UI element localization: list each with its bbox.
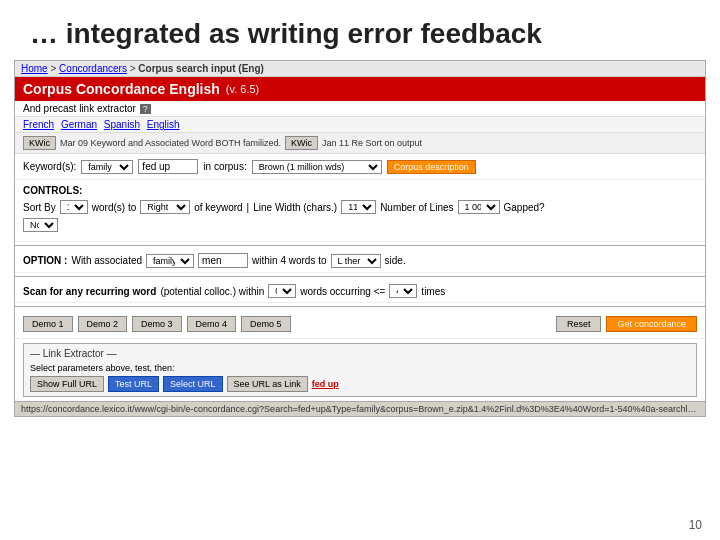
direction-select[interactable]: Right Left [140,200,190,214]
pipe-sep: | [247,202,250,213]
line-width-label: Line Width (chars.) [253,202,337,213]
demo1-button[interactable]: Demo 1 [23,316,73,332]
num-lines-select[interactable]: 1 000 [458,200,500,214]
words-occurring-label: words occurring <= [300,286,385,297]
toolbar-row: KWic Mar 09 Keyword and Associated Word … [15,133,705,154]
demo5-button[interactable]: Demo 5 [241,316,291,332]
show-full-url-button[interactable]: Show Full URL [30,376,104,392]
keyword-label: Keyword(s): [23,161,76,172]
times-label: times [421,286,445,297]
line-width-select[interactable]: 110 [341,200,376,214]
corpus-name: Corpus Concordance English [23,81,220,97]
demo-row: Demo 1 Demo 2 Demo 3 Demo 4 Demo 5 Reset… [15,310,705,339]
link-extractor-row: Show Full URL Test URL Select URL See UR… [30,376,690,392]
option-label: OPTION : [23,255,67,266]
option-side-label: side. [385,255,406,266]
see-as-link-button[interactable]: See URL as Link [227,376,308,392]
scan-times-select[interactable]: 4 [389,284,417,298]
scan-section: Scan for any recurring word (potential c… [15,280,705,303]
toolbar-info-2: Jan 11 Re Sort on output [322,138,422,148]
lang-german[interactable]: German [61,119,97,130]
of-keyword-label: of keyword [194,202,242,213]
corpus-select[interactable]: Brown (1 million wds) [252,160,382,174]
lang-english[interactable]: English [147,119,180,130]
gapped-label: Gapped? [504,202,545,213]
kwic-button-1[interactable]: KWic [23,136,56,150]
option-section: OPTION : With associated family within 4… [15,249,705,273]
gapped-select[interactable]: No [23,218,58,232]
lang-spanish[interactable]: Spanish [104,119,140,130]
reset-button[interactable]: Reset [556,316,602,332]
scan-note: (potential colloc.) within [160,286,264,297]
link-extractor-title: — Link Extractor — [30,348,690,359]
demo2-button[interactable]: Demo 2 [78,316,128,332]
demo4-button[interactable]: Demo 4 [187,316,237,332]
option-side-select[interactable]: L ther [331,254,381,268]
controls-section: CONTROLS: Sort By 1 word(s) to Right Lef… [15,180,705,242]
controls-row: Sort By 1 word(s) to Right Left of keywo… [23,200,697,214]
get-concordance-button[interactable]: Get concordance [606,316,697,332]
breadcrumb-home[interactable]: Home [21,63,48,74]
sort-num-select[interactable]: 1 [60,200,88,214]
keyword-row: Keyword(s): family fed up in corpus: Bro… [15,154,705,180]
corpus-title-bar: Corpus Concordance English (v. 6.5) [15,77,705,101]
scan-num-select[interactable]: 0 [268,284,296,298]
lang-french[interactable]: French [23,119,54,130]
option-word2-input[interactable] [198,253,248,268]
demo3-button[interactable]: Demo 3 [132,316,182,332]
sub-header-text: And precast link extractor [23,103,136,114]
breadcrumb-current: Corpus search input (Eng) [138,63,264,74]
breadcrumb-concordancers[interactable]: Concordancers [59,63,127,74]
toolbar-info-1: Mar 09 Keyword and Associated Word BOTH … [60,138,281,148]
word-label: word(s) to [92,202,136,213]
corpus-description-btn[interactable]: Corpus description [387,160,476,174]
option-within-label: within 4 words to [252,255,326,266]
sort-by-label: Sort By [23,202,56,213]
corpus-version: (v. 6.5) [226,83,259,95]
option-word1-select[interactable]: family [146,254,194,268]
lang-nav: French German Spanish English [15,117,705,133]
slide-title: … integrated as writing error feedback [0,0,720,60]
breadcrumb-bar: Home > Concordancers > Corpus search inp… [15,61,705,77]
link-text: fed up [312,379,339,389]
in-corpus-label: in corpus: [203,161,246,172]
test-url-button[interactable]: Test URL [108,376,159,392]
option-row: OPTION : With associated family within 4… [23,253,697,268]
keyword-input[interactable] [138,159,198,174]
url-display: https://concordance.lexico.it/www/cgi-bi… [21,404,699,414]
page-number: 10 [689,518,702,532]
scan-label: Scan for any recurring word [23,286,156,297]
link-extractor-subtitle: Select parameters above, test, then: [30,363,690,373]
kwic-button-2[interactable]: KWic [285,136,318,150]
with-associated-label: With associated [71,255,142,266]
status-bar: https://concordance.lexico.it/www/cgi-bi… [15,401,705,416]
select-url-button[interactable]: Select URL [163,376,223,392]
browser-area: Home > Concordancers > Corpus search inp… [14,60,706,417]
num-lines-label: Number of Lines [380,202,453,213]
link-extractor: — Link Extractor — Select parameters abo… [23,343,697,397]
controls-label: CONTROLS: [23,185,697,196]
keyword-dropdown[interactable]: family fed up [81,160,133,174]
sub-header: And precast link extractor ? [15,101,705,117]
help-button[interactable]: ? [140,104,151,114]
